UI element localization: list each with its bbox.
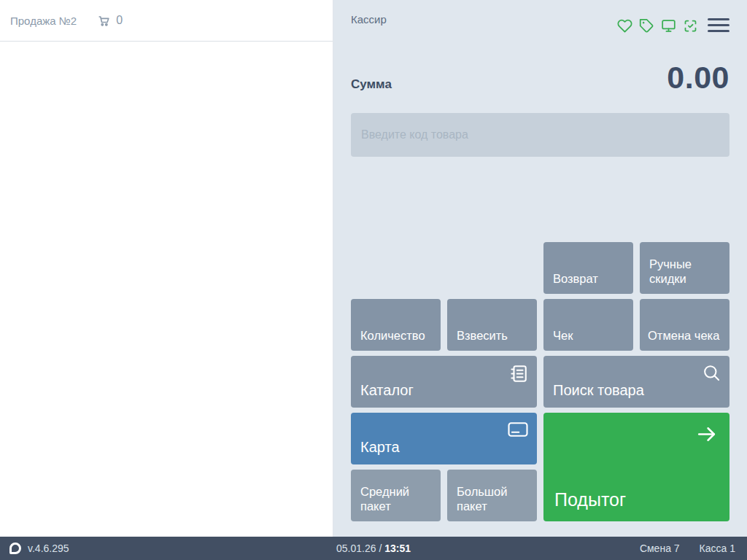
card-label: Карта [360, 438, 400, 456]
menu-icon[interactable] [708, 18, 729, 32]
action-panel: Кассир [333, 0, 747, 537]
cart-counter: 0 [97, 14, 123, 28]
product-code-input[interactable] [351, 113, 729, 157]
receipt-label: Чек [553, 328, 573, 343]
time-text: 13:51 [384, 542, 411, 554]
card-button[interactable]: Карта [351, 413, 537, 464]
product-search-label: Поиск товара [553, 381, 644, 399]
cancel-receipt-button[interactable]: Отмена чека [640, 299, 729, 351]
catalog-label: Каталог [360, 381, 414, 399]
cancel-receipt-label: Отмена чека [648, 328, 719, 343]
quantity-button[interactable]: Количество [351, 299, 441, 351]
receipt-panel: Продажа №2 0 [0, 0, 333, 537]
statusbar-right: Смена 7 Касса 1 [640, 542, 747, 554]
card-icon [507, 420, 529, 443]
version-text: v.4.6.295 [28, 542, 69, 554]
return-button-label: Возврат [553, 271, 598, 286]
pos-app: Продажа №2 0 Кассир [0, 0, 747, 560]
scan-check-icon[interactable] [683, 18, 698, 34]
cart-count: 0 [116, 14, 123, 27]
date-text: 05.01.26 / [336, 542, 382, 554]
datetime: 05.01.26 / 13:51 [0, 542, 747, 554]
register-text: Касса 1 [700, 542, 735, 554]
app-logo [9, 542, 21, 554]
receipt-header: Продажа №2 0 [0, 0, 333, 42]
sum-value: 0.00 [667, 61, 729, 94]
sum-row: Сумма 0.00 [351, 61, 729, 94]
weigh-label: Взвесить [457, 328, 508, 343]
medium-bag-button[interactable]: Средний пакет [351, 470, 441, 521]
manual-discounts-button[interactable]: Ручные скидки [640, 242, 729, 294]
action-header: Кассир [351, 0, 729, 34]
manual-discounts-label: Ручные скидки [649, 257, 724, 286]
monitor-icon[interactable] [661, 18, 676, 34]
subtotal-button[interactable]: Подытог [543, 413, 729, 521]
quantity-label: Количество [360, 328, 425, 343]
status-bar: 05.01.26 / 13:51 v.4.6.295 Смена 7 Касса… [0, 537, 747, 560]
sum-label: Сумма [351, 77, 392, 92]
action-button-grid: Возврат Ручные скидки Количество Взвесит… [351, 242, 729, 521]
shift-text: Смена 7 [640, 542, 680, 554]
return-button[interactable]: Возврат [543, 242, 633, 294]
large-bag-label: Большой пакет [457, 484, 531, 513]
catalog-icon [508, 363, 529, 388]
heart-icon[interactable] [617, 18, 632, 34]
catalog-button[interactable]: Каталог [351, 356, 537, 408]
sale-title: Продажа №2 [10, 15, 77, 27]
statusbar-left: v.4.6.295 [0, 542, 69, 554]
large-bag-button[interactable]: Большой пакет [447, 470, 537, 521]
subtotal-label: Подытог [554, 489, 626, 511]
medium-bag-label: Средний пакет [360, 484, 435, 513]
product-search-button[interactable]: Поиск товара [543, 356, 729, 408]
cart-icon [97, 14, 111, 28]
receipt-button[interactable]: Чек [543, 299, 633, 351]
cashier-label: Кассир [351, 13, 387, 26]
tag-icon[interactable] [639, 18, 654, 34]
header-icons [617, 18, 698, 34]
weigh-button[interactable]: Взвесить [447, 299, 537, 351]
search-icon [702, 363, 721, 386]
arrow-right-icon [694, 422, 719, 451]
